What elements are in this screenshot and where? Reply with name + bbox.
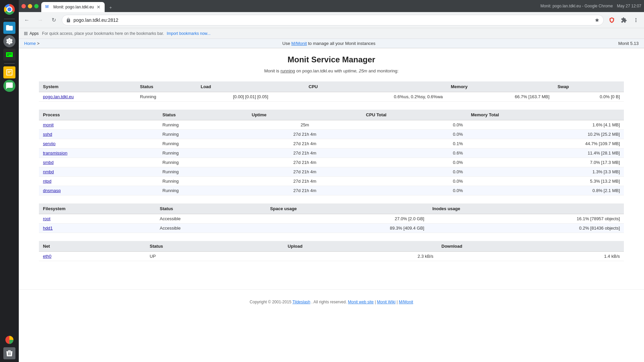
table-row: nmbd Running 27d 21h 4m 0.0% 1.3% [3.3 M… xyxy=(39,167,624,177)
col-swap: Swap xyxy=(553,81,624,92)
net-link[interactable]: eth0 xyxy=(43,254,51,259)
minimize-button[interactable] xyxy=(28,4,32,8)
taskbar-trash-icon[interactable] xyxy=(3,347,15,359)
bookmark-star-icon xyxy=(595,18,599,22)
apps-button[interactable]: Apps xyxy=(21,31,41,36)
col-process: Process xyxy=(39,110,158,120)
extensions-icon-btn[interactable] xyxy=(619,15,629,25)
net-section: Net Status Upload Download eth0 UP 2.3 k… xyxy=(39,241,624,261)
taskbar-notes-icon[interactable] xyxy=(3,66,15,78)
back-button[interactable]: ← xyxy=(21,15,32,25)
nav-right xyxy=(606,15,641,25)
process-name: monit xyxy=(39,120,158,130)
active-tab[interactable]: M Monit: pogo.lan.tdkl.eu ✕ xyxy=(41,2,105,12)
process-name: smbd xyxy=(39,158,158,167)
footer-monit-wiki[interactable]: Monit Wiki xyxy=(377,300,395,304)
col-cpu: CPU xyxy=(305,81,447,92)
fs-space: 89.3% [409.4 GB] xyxy=(266,224,428,233)
footer-rights: . All rights reserved. xyxy=(312,300,347,304)
process-name: transmission xyxy=(39,148,158,158)
window-title: Monit: pogo.lan.tdkl.eu - Google Chrome xyxy=(540,4,613,8)
filesystem-section: Filesystem Status Space usage Inodes usa… xyxy=(39,203,624,233)
fs-inodes: 16.1% [78957 objects] xyxy=(428,214,624,224)
table-row: smbd Running 27d 21h 4m 0.0% 7.0% [17.3 … xyxy=(39,158,624,167)
col-status: Status xyxy=(156,203,266,214)
process-cpu: 0.6% xyxy=(362,148,467,158)
system-table-header: System Status Load CPU Memory Swap xyxy=(39,81,624,92)
footer-copyright: Copyright © 2001-2015 xyxy=(250,300,291,304)
address-bar[interactable]: pogo.lan.tdkl.eu:2812 xyxy=(62,15,604,25)
process-cpu: 0.0% xyxy=(362,167,467,177)
net-table: Net Status Upload Download eth0 UP 2.3 k… xyxy=(39,241,624,261)
tab-close-button[interactable]: ✕ xyxy=(97,4,101,10)
col-upload: Upload xyxy=(284,241,437,252)
import-bookmarks-link[interactable]: Import bookmarks now... xyxy=(167,31,211,36)
taskbar-files-icon[interactable] xyxy=(3,22,15,34)
table-row: monit Running 25m 0.0% 1.6% [4.1 MB] xyxy=(39,120,624,130)
process-status: Running xyxy=(158,139,248,148)
fs-link[interactable]: hdd1 xyxy=(43,226,53,231)
message-prefix: Use xyxy=(282,41,290,46)
process-link[interactable]: smbd xyxy=(43,160,54,165)
reload-button[interactable]: ↻ xyxy=(48,15,59,25)
col-filesystem: Filesystem xyxy=(39,203,156,214)
taskbar-chrome-icon[interactable] xyxy=(3,3,16,16)
taskbar-terminal-icon[interactable] xyxy=(3,49,15,61)
process-memory: 10.2% [25.2 MB] xyxy=(467,130,624,139)
process-link[interactable]: serviio xyxy=(43,141,56,146)
process-status: Running xyxy=(158,130,248,139)
col-system: System xyxy=(39,81,136,92)
table-row: transmission Running 27d 21h 4m 0.6% 11.… xyxy=(39,148,624,158)
lock-icon xyxy=(66,18,71,22)
maximize-button[interactable] xyxy=(34,4,39,8)
system-table: System Status Load CPU Memory Swap pogo.… xyxy=(39,81,624,102)
process-memory: 44.7% [109.7 MB] xyxy=(467,139,624,148)
shield-icon-btn[interactable] xyxy=(606,15,617,25)
table-row: dnsmasq Running 27d 21h 4m 0.0% 0.8% [2.… xyxy=(39,186,624,195)
taskbar-settings-icon[interactable] xyxy=(3,35,15,47)
fs-name: hdd1 xyxy=(39,224,156,233)
process-memory: 5.3% [13.2 MB] xyxy=(467,177,624,186)
subtitle-middle: on pogo.lan.tdkl.eu with xyxy=(296,68,342,73)
menu-icon-btn[interactable] xyxy=(631,15,641,25)
page-content: Home > Use M/Monit to manage all your Mo… xyxy=(19,39,644,362)
subtitle-suffix: and monitoring: xyxy=(369,68,399,73)
system-cpu: 0.6%us, 0.2%sy, 0.6%wa xyxy=(305,92,447,102)
subtitle-running: running xyxy=(280,68,295,73)
process-link[interactable]: monit xyxy=(43,122,54,127)
taskbar-chat-icon[interactable] xyxy=(3,80,15,92)
process-cpu: 0.1% xyxy=(362,139,467,148)
fs-status: Accessible xyxy=(156,224,266,233)
process-name: nmbd xyxy=(39,167,158,177)
process-uptime: 27d 21h 4m xyxy=(248,139,362,148)
chrome-window: M Monit: pogo.lan.tdkl.eu ✕ + Monit: pog… xyxy=(19,0,644,362)
mmonit-link[interactable]: M/Monit xyxy=(291,41,307,46)
process-section: Process Status Uptime CPU Total Memory T… xyxy=(39,110,624,195)
footer-sep2: | xyxy=(397,300,398,304)
footer-monit-web[interactable]: Monit web site xyxy=(348,300,374,304)
fs-name: root xyxy=(39,214,156,224)
system-swap: 0.0% [0 B] xyxy=(553,92,624,102)
taskbar-pie-icon[interactable] xyxy=(3,334,15,346)
process-link[interactable]: sshd xyxy=(43,132,52,137)
process-link[interactable]: dnsmasq xyxy=(43,188,61,193)
table-row: ntpd Running 27d 21h 4m 0.0% 5.3% [13.2 … xyxy=(39,177,624,186)
bookmarks-bar: Apps For quick access, place your bookma… xyxy=(19,28,644,39)
svg-point-0 xyxy=(8,40,10,42)
close-button[interactable] xyxy=(21,4,26,8)
new-tab-button[interactable]: + xyxy=(106,3,115,12)
process-link[interactable]: ntpd xyxy=(43,179,51,184)
home-link[interactable]: Home xyxy=(24,41,36,46)
system-link[interactable]: pogo.lan.tdkl.eu xyxy=(43,94,74,99)
bookmarks-hint: For quick access, place your bookmarks h… xyxy=(42,31,164,36)
footer-mmonit[interactable]: M/Monit xyxy=(399,300,413,304)
forward-button[interactable]: → xyxy=(35,15,46,25)
process-memory: 7.0% [17.3 MB] xyxy=(467,158,624,167)
process-link[interactable]: transmission xyxy=(43,150,67,156)
table-row: hdd1 Accessible 89.3% [409.4 GB] 0.2% [8… xyxy=(39,224,624,233)
fs-link[interactable]: root xyxy=(43,216,50,221)
process-link[interactable]: nmbd xyxy=(43,169,54,174)
fs-status: Accessible xyxy=(156,214,266,224)
page-subtitle: Monit is running on pogo.lan.tdkl.eu wit… xyxy=(39,68,624,73)
footer-tildeslash[interactable]: Tildeslash xyxy=(292,300,311,304)
